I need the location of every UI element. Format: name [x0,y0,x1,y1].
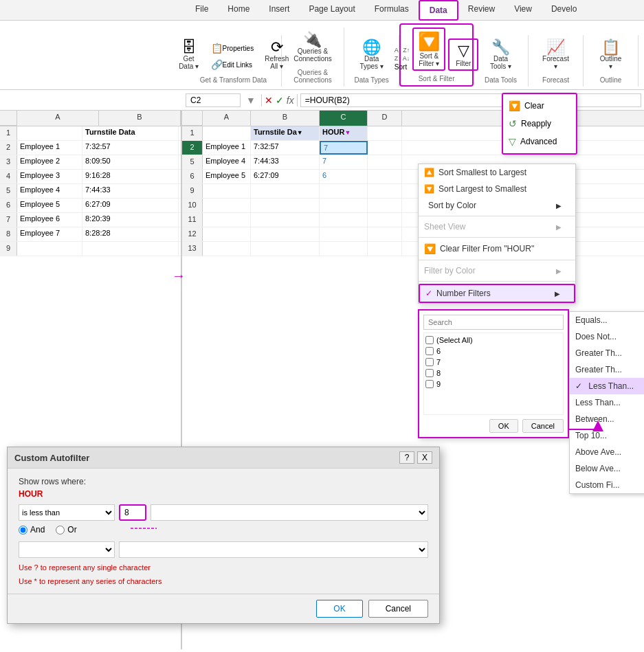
edit-links-button[interactable]: 🔗Edit Links [207,57,258,72]
operator-select[interactable]: is less than equals is greater than is l… [19,504,115,521]
select-all-checkbox[interactable] [425,336,434,344]
sort-label: Sort [395,63,410,71]
sort-filter-button[interactable]: 🔽 Sort &Filter ▾ [412,27,445,71]
get-transform-group-label: Get & Transform Data [200,76,267,84]
sort-by-color-item[interactable]: Sort by Color [419,197,575,214]
tab-home[interactable]: Home [218,0,259,20]
less-than-item[interactable]: ✓ Less Than... [570,378,644,394]
filter-ok-button[interactable]: OK [489,419,518,433]
filter-panel: (Select All) 6 7 8 9 OK Cancel [418,309,569,438]
table-row: 9 [0,242,181,256]
col-header-b[interactable]: B [99,111,181,126]
number-filters-check-icon: ✓ [425,289,432,298]
formula-bar-sep2 [297,94,298,106]
data-tools-button[interactable]: 🔧 DataTools ▾ [486,38,516,72]
tab-insert[interactable]: Insert [259,0,299,20]
tab-data[interactable]: Data [419,0,458,21]
second-operator-select[interactable] [19,541,115,558]
and-radio-label[interactable]: And [19,525,45,535]
right-col-c-header[interactable]: C [320,111,368,126]
table-row: 5 Employee 4 7:44:33 [0,184,181,199]
does-not-item[interactable]: Does Not... [570,328,644,345]
table-row: 7 Employee 6 8:20:39 [0,213,181,227]
name-box[interactable] [186,93,241,107]
filter-cancel-button[interactable]: Cancel [522,419,564,433]
ribbon-group-forecast: 📈 Forecast▾ Forecast [529,35,584,87]
number-filters-item[interactable]: ✓ Number Filters [419,284,575,303]
data-types-button[interactable]: 🌐 DataTypes ▾ [355,38,387,72]
forecast-button[interactable]: 📈 Forecast▾ [538,38,573,72]
filter-value-input[interactable] [119,504,146,521]
dialog-ok-button[interactable]: OK [316,600,362,618]
table-row: 4 Employee 3 9:16:28 [0,170,181,184]
greater-than1-item[interactable]: Greater Th... [570,345,644,361]
right-col-b-header[interactable]: B [251,111,320,126]
tab-review[interactable]: Review [458,0,504,20]
confirm-icon[interactable]: ✓ [276,95,284,106]
filter-value2-select[interactable] [151,504,428,521]
value-6-checkbox[interactable] [425,347,434,355]
tab-formulas[interactable]: Formulas [365,0,419,20]
custom-filter-item[interactable]: Custom Fi... [570,477,644,493]
equals-item[interactable]: Equals... [570,312,644,328]
tab-page-layout[interactable]: Page Layout [299,0,364,20]
less-than-eq-item[interactable]: Less Than... [570,394,644,411]
between-item[interactable]: Between... [570,411,644,427]
dialog-controls: ? X [399,451,432,464]
fx-icon[interactable]: fx [287,95,294,106]
queries-connections-button[interactable]: 🔌 Queries &Connections [289,30,336,65]
sort-asc-item[interactable]: 🔼 Sort Smallest to Largest [419,164,575,181]
ribbon-group-data-types: 🌐 DataTypes ▾ Data Types [344,35,399,87]
main-dropdown-menu: 🔼 Sort Smallest to Largest 🔽 Sort Larges… [418,164,576,304]
clear-filter-item[interactable]: 🔽 Clear Filter From "HOUR" [419,240,575,258]
hint1: Use ? to represent any single character [19,563,428,572]
list-item: 7 [425,357,562,368]
reapply-button[interactable]: ↺ Reapply [503,115,576,133]
above-avg-item[interactable]: Above Ave... [570,444,644,460]
dialog-title: Custom Autofilter [14,453,89,463]
value-7-checkbox[interactable] [425,358,434,366]
dialog-help-button[interactable]: ? [399,451,414,464]
sort-az-icon: A↓ [395,47,402,54]
tab-develo[interactable]: Develo [542,0,586,20]
below-avg-item[interactable]: Below Ave... [570,460,644,477]
dialog-body: Show rows where: HOUR is less than equal… [8,469,439,594]
forecast-icon: 📈 [546,40,565,55]
menu-sep1 [419,216,575,216]
and-radio[interactable] [19,526,27,535]
or-radio[interactable] [56,526,65,535]
list-item: 8 [425,368,562,379]
menu-sep2 [419,237,575,238]
properties-button[interactable]: 📋Properties [207,41,258,56]
value-9-checkbox[interactable] [425,380,434,388]
tab-file[interactable]: File [186,0,218,20]
advanced-button[interactable]: ▽ Advanced [503,133,576,150]
value-8-checkbox[interactable] [425,369,434,377]
tab-view[interactable]: View [504,0,542,20]
less-than-check-icon: ✓ [575,381,582,391]
formula-input[interactable]: =HOUR(B2) [300,93,641,107]
or-radio-label[interactable]: Or [56,525,76,535]
greater-than2-item[interactable]: Greater Th... [570,361,644,378]
sort-desc-item[interactable]: 🔽 Sort Largest to Smallest [419,181,575,197]
table-row: 8 Employee 7 8:28:28 [0,227,181,242]
right-col-a-header[interactable]: A [203,111,251,126]
dialog-cancel-button[interactable]: Cancel [368,600,428,618]
col-header-a[interactable]: A [17,111,99,126]
filter-search-input[interactable] [423,315,564,330]
ribbon-group-queries: 🔌 Queries &Connections Queries & Connect… [282,27,344,87]
list-item: 6 [425,346,562,357]
second-value-select[interactable] [119,541,428,558]
table-row: 3 Employee 2 8:09:50 [0,155,181,170]
dialog-close-button[interactable]: X [417,451,432,464]
cancel-icon[interactable]: ✕ [265,95,273,106]
top-10-item[interactable]: Top 10... [570,427,644,444]
get-data-button[interactable]: 🗄 GetData ▾ [174,38,204,72]
clear-icon: 🔽 [509,100,520,111]
sort-filter-panel: 🔽 Clear ↺ Reapply ▽ Advanced [502,93,577,155]
outline-button[interactable]: 📋 Outline▾ [596,38,626,72]
clear-button[interactable]: 🔽 Clear [503,97,576,115]
right-col-d-header[interactable]: D [368,111,402,126]
show-rows-label: Show rows where: [19,477,428,486]
list-item: 9 [425,379,562,390]
